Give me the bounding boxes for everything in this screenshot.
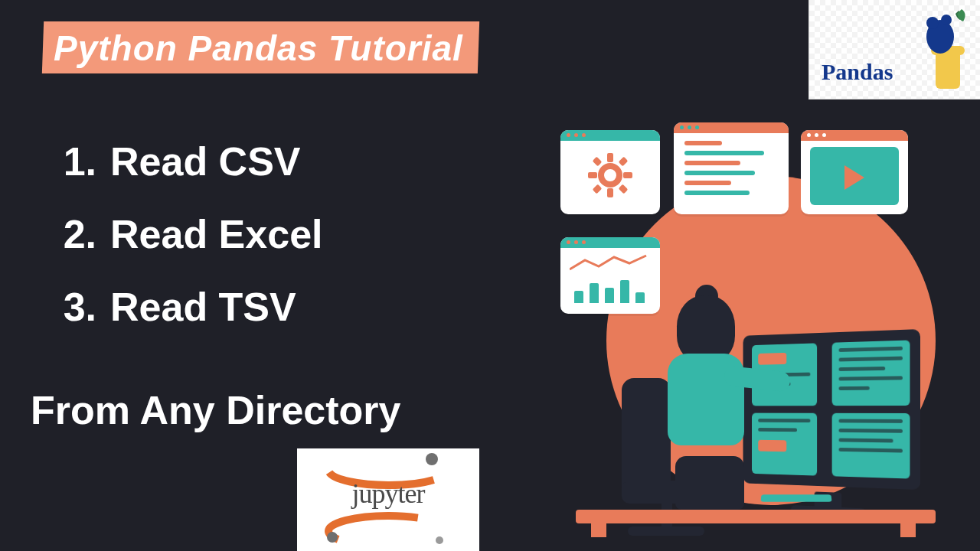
svg-rect-14: [588, 172, 597, 178]
list-item: 2. Read Excel: [54, 203, 323, 266]
list-item: 3. Read TSV: [54, 276, 323, 339]
list-number: 3.: [54, 276, 96, 339]
pandas-logo-card: Pandas: [808, 0, 980, 99]
svg-point-10: [426, 453, 438, 465]
person: [642, 280, 772, 510]
panel-video: [801, 130, 908, 214]
svg-point-8: [327, 532, 338, 543]
desk-leg: [591, 520, 606, 537]
svg-point-4: [941, 15, 952, 25]
pandas-label: Pandas: [822, 59, 893, 85]
svg-rect-19: [619, 184, 629, 194]
panel-code: [674, 122, 789, 214]
pandas-icon: [916, 6, 969, 90]
svg-rect-18: [593, 184, 603, 194]
bar-chart-icon: [574, 280, 645, 303]
svg-rect-17: [619, 157, 629, 167]
list-item: 1. Read CSV: [54, 130, 323, 194]
svg-rect-12: [607, 153, 613, 162]
list-number: 2.: [54, 203, 96, 266]
svg-rect-16: [593, 157, 603, 167]
svg-point-7: [328, 516, 448, 546]
play-icon: [844, 165, 864, 190]
svg-rect-13: [607, 188, 613, 197]
illustration: [537, 122, 966, 536]
page-title: Python Pandas Tutorial: [54, 28, 463, 69]
jupyter-logo-card: jupyter: [297, 448, 479, 551]
list-text: Read TSV: [110, 276, 296, 339]
desk-leg: [900, 520, 916, 537]
chair-wheels: [628, 527, 704, 536]
svg-rect-0: [936, 51, 960, 89]
code-lines-icon: [684, 141, 778, 201]
jupyter-label: jupyter: [297, 478, 479, 510]
subtitle: From Any Directory: [31, 387, 401, 433]
svg-rect-15: [623, 172, 632, 178]
list-number: 1.: [54, 130, 96, 194]
svg-point-11: [601, 166, 619, 184]
panel-gear: [560, 130, 660, 214]
title-banner: Python Pandas Tutorial: [42, 21, 479, 73]
desk: [576, 510, 936, 523]
svg-point-9: [436, 536, 443, 544]
list-text: Read CSV: [110, 130, 301, 194]
sparkline-icon: [570, 253, 651, 276]
gear-icon: [588, 153, 632, 197]
topics-list: 1. Read CSV 2. Read Excel 3. Read TSV: [54, 130, 323, 349]
list-text: Read Excel: [110, 203, 323, 266]
